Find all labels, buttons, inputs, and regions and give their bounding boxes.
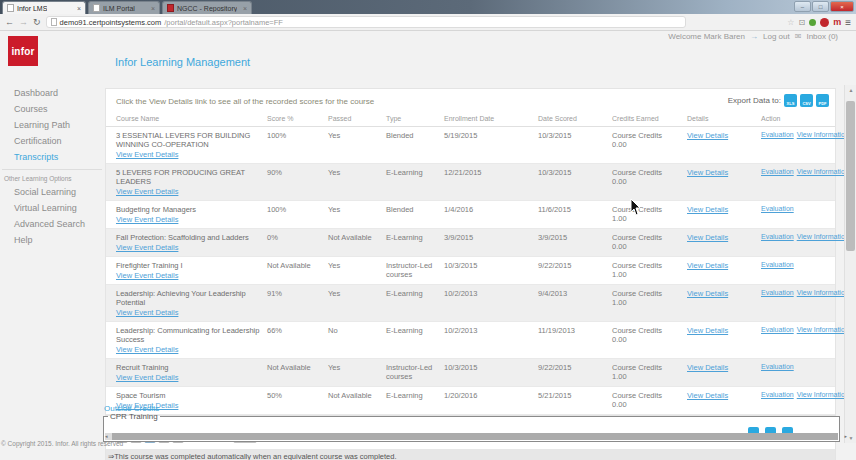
export-pdf-icon[interactable]: PDF	[816, 94, 829, 107]
sidebar-item-dashboard[interactable]: Dashboard	[2, 85, 102, 101]
back-icon[interactable]: ←	[5, 18, 14, 27]
score-cell: 66%	[267, 322, 328, 359]
action-link-evaluation[interactable]: Evaluation	[761, 326, 794, 333]
close-tab-icon[interactable]: ×	[151, 5, 155, 12]
forward-icon[interactable]: →	[19, 18, 28, 27]
view-details-link[interactable]: View Details	[687, 168, 728, 177]
table-row: Leadership: Communicating for Leadership…	[106, 322, 835, 359]
view-event-details-link[interactable]: View Event Details	[116, 271, 178, 280]
course-credits-label: Course Credits	[612, 289, 666, 298]
course-name: Leadership: Communicating for Leadership…	[116, 326, 265, 344]
action-link-view-information[interactable]: View Information	[797, 391, 849, 398]
column-header-date-scored: Date Scored	[538, 111, 612, 127]
sidebar-item-social-learning[interactable]: Social Learning	[2, 184, 102, 200]
scored-cell: 9/22/2015	[538, 359, 612, 387]
reload-icon[interactable]: ↻	[33, 18, 41, 27]
window-minimize-button[interactable]: –	[794, 1, 811, 12]
extension-m-icon[interactable]: m	[833, 17, 841, 27]
course-credits-label: Course Credits	[612, 261, 666, 270]
sidebar-item-help[interactable]: Help	[2, 232, 102, 248]
tab-infor-lms[interactable]: Infor LMS ×	[2, 1, 86, 14]
action-link-view-information[interactable]: View Information	[797, 289, 849, 296]
action-link-evaluation[interactable]: Evaluation	[761, 261, 794, 268]
course-name: 3 ESSENTIAL LEVERS FOR BUILDING WINNING …	[116, 131, 265, 149]
passed-cell: Yes	[328, 285, 386, 322]
action-link-evaluation[interactable]: Evaluation	[761, 131, 794, 138]
view-event-details-link[interactable]: View Event Details	[116, 243, 178, 252]
url-domain: demo91.certpointsystems.com	[60, 18, 162, 27]
browser-window: Infor LMS × ILM Portal × NGCC - Reposito…	[0, 0, 856, 460]
scroll-left-icon[interactable]: ◂	[105, 433, 108, 440]
view-details-link[interactable]: View Details	[687, 233, 728, 242]
sidebar-item-courses[interactable]: Courses	[2, 101, 102, 117]
screen-share-icon[interactable]: ⊡	[798, 18, 805, 27]
course-name: Leadership: Achieving Your Leadership Po…	[116, 289, 265, 307]
action-link-evaluation[interactable]: Evaluation	[761, 391, 794, 398]
view-event-details-link[interactable]: View Event Details	[116, 187, 178, 196]
sidebar-item-advanced-search[interactable]: Advanced Search	[2, 216, 102, 232]
course-credits-label: Course Credits	[612, 391, 666, 400]
view-event-details-link[interactable]: View Event Details	[116, 345, 178, 354]
table-row: 5 LEVERS FOR PRODUCING GREAT LEADERSView…	[106, 164, 835, 201]
vertical-scrollbar[interactable]: ▲ ▼	[844, 85, 856, 443]
vertical-scrollbar-thumb[interactable]	[846, 101, 855, 251]
sidebar-item-virtual-learning[interactable]: Virtual Learning	[2, 200, 102, 216]
export-csv-icon[interactable]: CSV	[800, 94, 813, 107]
view-details-link[interactable]: View Details	[687, 261, 728, 270]
view-details-link[interactable]: View Details	[687, 326, 728, 335]
credits-cell: Course Credits1.00	[612, 285, 687, 322]
course-name-cell: Fall Protection: Scaffolding and Ladders…	[106, 229, 267, 257]
action-link-view-information[interactable]: View Information	[797, 326, 849, 333]
action-link-evaluation[interactable]: Evaluation	[761, 168, 794, 175]
bookmark-star-icon[interactable]: ☆	[787, 18, 794, 27]
sidebar-item-certification[interactable]: Certification	[2, 133, 102, 149]
tab-ngcc-repository[interactable]: NGCC - Repository ×	[162, 1, 252, 14]
scroll-up-icon[interactable]: ▲	[845, 85, 856, 95]
view-event-details-link[interactable]: View Event Details	[116, 150, 178, 159]
view-event-details-link[interactable]: View Event Details	[116, 215, 178, 224]
scored-cell: 5/21/2015	[538, 387, 612, 415]
close-tab-icon[interactable]: ×	[77, 5, 81, 12]
credits-cell: Course Credits1.00	[612, 257, 687, 285]
logout-link[interactable]: Log out	[763, 32, 790, 41]
view-details-link[interactable]: View Details	[687, 205, 728, 214]
credits-value: 1.00	[612, 372, 627, 381]
action-link-evaluation[interactable]: Evaluation	[761, 233, 794, 240]
details-cell: View Details	[687, 229, 761, 257]
action-link-evaluation[interactable]: Evaluation	[761, 363, 794, 370]
scroll-right-icon[interactable]: ▸	[844, 433, 847, 440]
table-row: Budgeting for ManagersView Event Details…	[106, 201, 835, 229]
view-event-details-link[interactable]: View Event Details	[116, 308, 178, 317]
action-link-evaluation[interactable]: Evaluation	[761, 205, 794, 212]
action-link-view-information[interactable]: View Information	[797, 131, 849, 138]
table-row: Firefighter Training IView Event Details…	[106, 257, 835, 285]
menu-icon[interactable]: ≡	[845, 17, 851, 28]
view-details-link[interactable]: View Details	[687, 391, 728, 400]
export-xls-icon[interactable]: XLS	[784, 94, 797, 107]
action-link-evaluation[interactable]: Evaluation	[761, 289, 794, 296]
window-close-button[interactable]: ×	[830, 1, 854, 12]
close-tab-icon[interactable]: ×	[243, 5, 247, 12]
view-details-link[interactable]: View Details	[687, 363, 728, 372]
sidebar-item-transcripts[interactable]: Transcripts	[2, 149, 102, 165]
action-link-view-information[interactable]: View Information	[797, 168, 849, 175]
action-cell: Evaluation	[761, 359, 835, 387]
horizontal-scrollbar[interactable]	[105, 433, 838, 440]
view-details-link[interactable]: View Details	[687, 289, 728, 298]
url-input[interactable]: demo91.certpointsystems.com /portal/defa…	[46, 16, 686, 28]
view-event-details-link[interactable]: View Event Details	[116, 373, 178, 382]
extension-red-badge-icon[interactable]	[820, 18, 829, 27]
tab-ilm-portal[interactable]: ILM Portal ×	[88, 1, 160, 14]
page-favicon-icon	[93, 4, 100, 12]
extension-green-icon[interactable]	[809, 19, 816, 26]
action-link-view-information[interactable]: View Information	[797, 233, 849, 240]
window-maximize-button[interactable]: □	[812, 1, 829, 12]
horizontal-scrollbar-thumb[interactable]	[112, 433, 838, 440]
view-details-link[interactable]: View Details	[687, 131, 728, 140]
mouse-cursor	[630, 198, 642, 216]
credits-value: 0.00	[612, 400, 627, 409]
type-cell: E-Learning	[386, 285, 444, 322]
sidebar-item-learning-path[interactable]: Learning Path	[2, 117, 102, 133]
sidebar: DashboardCoursesLearning PathCertificati…	[2, 85, 102, 248]
inbox-link[interactable]: Inbox (0)	[806, 32, 838, 41]
